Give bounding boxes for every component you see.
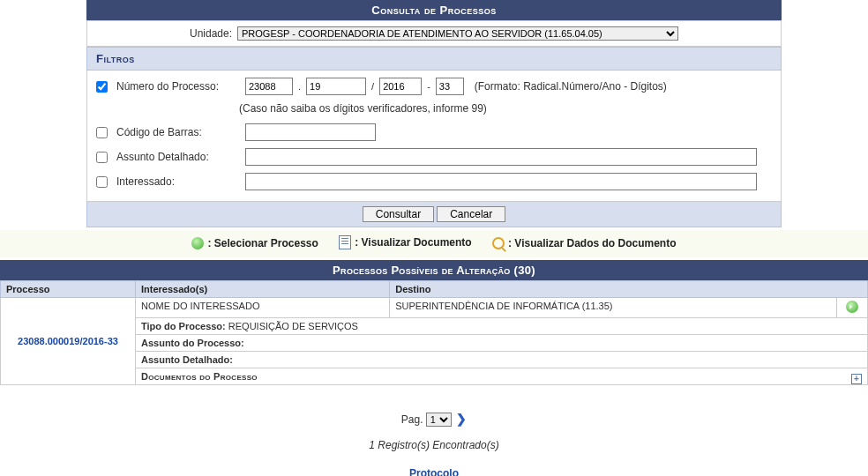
pager-select[interactable]: 1 [426,413,452,427]
filter-form: Número do Processo: . / - (Formato: Radi… [86,71,782,202]
processo-link[interactable]: 23088.000019/2016-33 [18,336,118,346]
checkbox-assunto-detalhado[interactable] [96,152,108,163]
unidade-select[interactable]: PROGESP - COORDENADORIA DE ATENDIMENTO A… [237,26,678,41]
cell-destino: SUPERINTENDÊNCIA DE INFORMÁTICA (11.35) [390,298,837,318]
protocolo-link[interactable]: Protocolo [409,467,459,476]
label-tipo-processo: Tipo do Processo: [141,321,226,331]
view-document-data-icon [492,237,505,249]
hint-formato: (Formato: Radical.Número/Ano - Dígitos) [475,80,667,93]
row-interessado: Interessado: [96,173,772,190]
col-processo: Processo [1,281,136,298]
page-title: Consulta de Processos [86,0,782,20]
view-document-icon [339,235,351,249]
hint-digitos: (Caso não saiba os dígitos verificadores… [239,102,772,115]
input-codigo-barras[interactable] [245,123,376,141]
unidade-row: Unidade: PROGESP - COORDENADORIA DE ATEN… [86,20,782,47]
select-process-action-icon[interactable] [846,301,858,313]
input-digitos[interactable] [436,78,464,95]
expand-icon[interactable]: + [851,374,862,384]
results-section-title: Processos Possíveis de Alteração (30) [0,260,868,280]
next-page-icon[interactable]: ❯ [456,412,467,426]
pager: Pag. 1 ❯ [0,412,868,427]
label-assunto-detalhado-result: Assunto Detalhado: [141,354,233,365]
label-codigo-barras: Código de Barras: [116,126,240,138]
results-table: Processo Interessado(s) Destino 23088.00… [0,280,868,385]
row-assunto-detalhado: Assunto Detalhado: [96,148,772,166]
cancelar-button[interactable]: Cancelar [437,206,505,222]
value-tipo-processo: REQUISIÇÃO DE SERVIÇOS [228,321,358,331]
input-radical[interactable] [245,78,293,95]
row-numero-processo: Número do Processo: . / - (Formato: Radi… [96,78,772,95]
pager-label: Pag. [401,413,423,426]
label-numero-processo: Número do Processo: [116,80,240,93]
input-ano[interactable] [379,78,422,95]
cell-interessado: NOME DO INTERESSADO [136,298,390,318]
filtros-title: Filtros [86,47,782,71]
col-interessados: Interessado(s) [136,281,390,298]
input-numero[interactable] [306,78,366,95]
checkbox-numero-processo[interactable] [96,81,108,93]
input-assunto-detalhado[interactable] [245,148,757,166]
label-assunto-detalhado: Assunto Detalhado: [116,151,240,163]
button-bar: Consultar Cancelar [86,202,782,227]
consultar-button[interactable]: Consultar [363,206,434,222]
result-count: 1 Registro(s) Encontrado(s) [0,439,868,451]
checkbox-interessado[interactable] [96,176,108,188]
legend-bar: : Selecionar Processo : Visualizar Docum… [0,230,868,257]
checkbox-codigo-barras[interactable] [96,127,108,138]
unidade-label: Unidade: [190,27,232,40]
label-assunto-processo: Assunto do Processo: [141,338,244,348]
docs-title: Documentos do Processo [141,371,258,382]
label-interessado: Interessado: [116,175,240,188]
col-destino: Destino [390,281,868,298]
input-interessado[interactable] [245,173,757,190]
table-row: 23088.000019/2016-33 NOME DO INTERESSADO… [1,298,868,318]
row-codigo-barras: Código de Barras: [96,123,772,141]
select-process-icon [191,237,204,249]
